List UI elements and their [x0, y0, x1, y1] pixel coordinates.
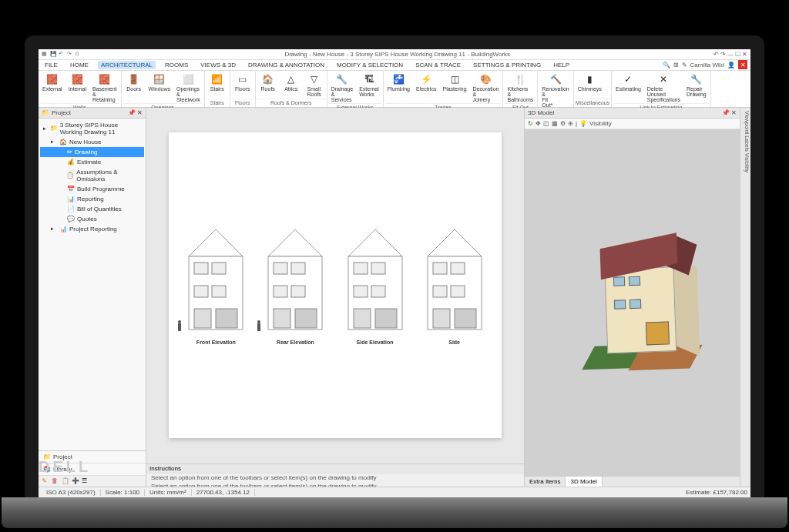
tab-extra-items[interactable]: Extra Items	[525, 477, 566, 487]
side-tabs[interactable]: Viewpoint Labels Visibility	[740, 108, 750, 487]
user-icon[interactable]: 👤	[727, 62, 735, 69]
ribbon-button-small-roofs[interactable]: ▽SmallRoofs	[304, 72, 325, 99]
search-icon[interactable]: 🔍	[663, 62, 670, 69]
ribbon-group: 🏠Roofs△Attics▽SmallRoofsRoofs & Dormers	[256, 71, 327, 107]
undo-icon[interactable]: ↶	[59, 51, 65, 57]
ribbon-button-internal[interactable]: 🧱Internal	[66, 72, 89, 103]
menu-help[interactable]: HELP	[550, 61, 572, 69]
redo-icon[interactable]: ↷	[720, 51, 726, 58]
tree-item[interactable]: ▸📊Project Reporting	[40, 224, 144, 234]
list-icon[interactable]: ☰	[82, 477, 89, 485]
ribbon-button-doors[interactable]: 🚪Doors	[123, 72, 145, 103]
ribbon-button-external-works[interactable]: 🏗ExternalWorks	[357, 72, 381, 103]
project-tree[interactable]: ▸📁3 Storey SIPS House Working Drawing 11…	[39, 119, 146, 450]
ribbon-button-electrics[interactable]: ⚡Electrics	[414, 72, 438, 103]
ribbon-button-repair-drawing[interactable]: 🔧RepairDrawing	[684, 72, 709, 103]
elevation: Side Elevation	[344, 226, 406, 345]
svg-rect-4	[194, 286, 208, 297]
tree-item[interactable]: 📅Build Programme	[40, 184, 144, 194]
menu-rooms[interactable]: ROOMS	[162, 61, 191, 69]
model-viewport[interactable]	[525, 129, 740, 476]
ribbon-button-drainage-services[interactable]: 🔧Drainage&Services	[329, 72, 355, 103]
ribbon-button-delete-unused-specifications[interactable]: ✕DeleteUnusedSpecifications	[645, 72, 683, 103]
ribbon-button-kitchens-bathrooms[interactable]: 🍴Kitchens&Bathrooms	[505, 72, 536, 103]
refresh-icon[interactable]: ↻	[528, 120, 533, 127]
status-coords: 27700.43, -1354.12	[192, 489, 255, 496]
drawing-canvas[interactable]: Front Elevation Rear Elevation	[146, 108, 524, 463]
ribbon-button-roofs[interactable]: 🏠Roofs	[257, 72, 279, 99]
window-controls[interactable]: — ☐ ✕	[727, 51, 747, 58]
tree-item[interactable]: 💰Estimate	[40, 157, 144, 167]
status-paper: ISO A3 (420x297)	[42, 489, 101, 496]
svg-rect-34	[433, 309, 450, 328]
lightbulb-icon[interactable]: 💡	[579, 120, 587, 127]
ribbon-button-decoration-joinery[interactable]: 🎨Decoration&Joinery	[471, 72, 502, 103]
tree-item[interactable]: ▸📁3 Storey SIPS House Working Drawing 11	[40, 120, 144, 137]
delete-icon[interactable]: 🗑	[52, 477, 59, 485]
elevation: Side	[424, 226, 485, 345]
titlebar: ▦ 💾 ↶ ↷ ⎙ Drawing - New House - 3 Storey…	[39, 49, 750, 60]
svg-rect-6	[194, 309, 211, 328]
svg-rect-24	[354, 286, 368, 297]
tree-item[interactable]: 💬Quotes	[40, 214, 144, 224]
gear-icon[interactable]: ⊕	[568, 120, 573, 127]
quick-access-toolbar[interactable]: ▦ 💾 ↶ ↷ ⎙	[42, 51, 82, 57]
ribbon-button-windows[interactable]: 🪟Windows	[146, 72, 173, 103]
copy-icon[interactable]: 📋	[62, 477, 69, 485]
ribbon-button-estimating[interactable]: ✓Estimating	[613, 72, 643, 103]
redo-icon[interactable]: ↷	[67, 51, 73, 57]
cube-icon[interactable]: ◫	[543, 120, 549, 127]
print-icon[interactable]: ⎙	[76, 51, 82, 57]
close-button[interactable]: ✕	[738, 60, 747, 69]
tree-item[interactable]: 📄Bill of Quantities	[40, 204, 144, 214]
ribbon-button-plastering[interactable]: ◫Plastering	[440, 72, 468, 103]
instructions-panel: Instructions Select an option from one o…	[146, 463, 524, 487]
tree-item[interactable]: 📊Reporting	[40, 194, 144, 204]
status-units: Units: mm/m²	[145, 489, 192, 496]
svg-marker-0	[189, 229, 243, 256]
sidebar-toolbar: ✎ 🗑 📋 ➕ ☰	[39, 476, 146, 487]
panel-pin-icon[interactable]: 📌 ✕	[722, 109, 737, 116]
status-estimate: Estimate: £157,782.00	[686, 489, 747, 496]
gear-icon[interactable]: ⚙	[560, 120, 566, 127]
ribbon-button-floors[interactable]: ▭Floors	[232, 72, 253, 99]
tree-item[interactable]: ✏Drawing	[40, 147, 144, 157]
menu-file[interactable]: FILE	[42, 61, 61, 69]
statusbar: ISO A3 (420x297) Scale: 1:100 Units: mm/…	[39, 487, 750, 497]
menu-views[interactable]: VIEWS & 3D	[197, 61, 239, 69]
menu-modify[interactable]: MODIFY & SELECTION	[334, 61, 406, 69]
ribbon-button-basement-retaining[interactable]: 🧱Basement&Retaining	[90, 72, 119, 103]
nav-icon[interactable]: ✥	[536, 120, 541, 127]
instruction-line: Select an option from one of the toolbar…	[146, 473, 524, 482]
ribbon-group: 📶StairsStairs	[205, 71, 230, 107]
undo-icon[interactable]: ↶	[713, 51, 719, 58]
save-icon[interactable]: 💾	[50, 51, 56, 57]
menu-settings[interactable]: SETTINGS & PRINTING	[470, 61, 544, 69]
ribbon-button-renovation-fit-out-[interactable]: 🔨Renovation&FitOut*	[539, 72, 571, 109]
edit-icon[interactable]: ✎	[42, 477, 49, 485]
ribbon-button-openings-steelwork[interactable]: ⬜Openings&Steelwork	[174, 72, 203, 103]
tool-icon[interactable]: ✎	[682, 62, 687, 69]
svg-rect-16	[274, 309, 290, 328]
cube-icon[interactable]: ▦	[552, 120, 558, 127]
ribbon-button-external[interactable]: 🧱External	[40, 72, 65, 103]
ribbon-button-plumbing[interactable]: 🚰Plumbing	[385, 72, 412, 103]
tab-3d-model[interactable]: 3D Model	[566, 477, 602, 487]
svg-rect-26	[354, 309, 371, 328]
tree-item[interactable]: ▸🏠New House	[40, 137, 144, 147]
ribbon-button-stairs[interactable]: 📶Stairs	[206, 72, 228, 99]
model-panel-header: 3D Model 📌 ✕	[525, 108, 740, 119]
menu-scan[interactable]: SCAN & TRACE	[412, 61, 464, 69]
tree-item[interactable]: 📋Assumptions & Omissions	[40, 167, 144, 184]
menu-home[interactable]: HOME	[67, 61, 92, 69]
ribbon-group: 🔨Renovation&FitOut*Renovation	[538, 71, 573, 107]
visibility-label[interactable]: Visibility	[589, 120, 612, 127]
ribbon-button-chimneys[interactable]: ▮Chimneys	[576, 72, 604, 99]
panel-pin-icon[interactable]: 📌 ✕	[128, 109, 143, 116]
add-icon[interactable]: ➕	[72, 477, 79, 485]
ribbon-button-attics[interactable]: △Attics	[280, 72, 302, 99]
menu-architectural[interactable]: ARCHITECTURAL	[98, 61, 156, 69]
zoom-icon[interactable]: ⊞	[673, 62, 679, 69]
ribbon-group: 🧱External🧱Internal🧱Basement&RetainingWal…	[39, 71, 122, 107]
menu-drawing[interactable]: DRAWING & ANNOTATION	[245, 61, 327, 69]
